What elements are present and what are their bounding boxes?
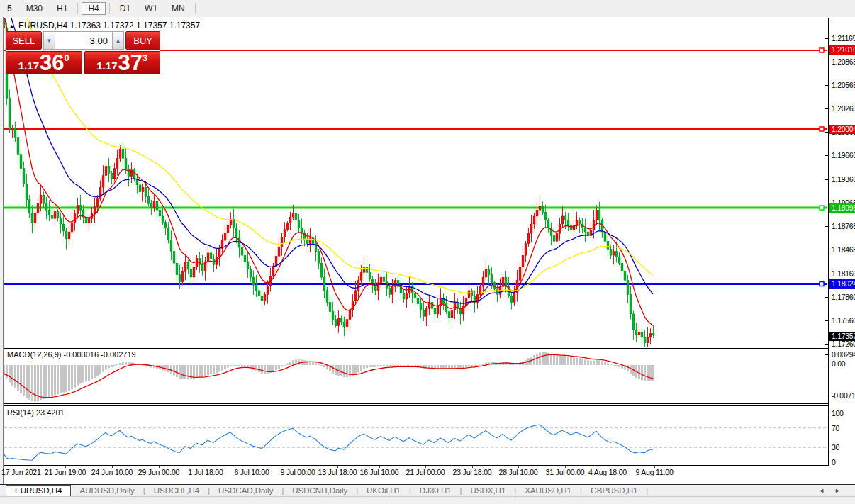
buy-button[interactable]: BUY [125,31,160,50]
one-click-trading-panel: SELL ▼ ▲ BUY 1.17 36 0 1.17 37 3 [6,31,160,74]
symbol-tab-eurusd[interactable]: EURUSD,H4 [6,485,71,496]
main-chart-bottom-border [4,347,828,347]
price-axis-tick [825,38,828,39]
buy-price-sup: 3 [142,52,147,63]
symbol-tab-usdx[interactable]: USDX,H1 [462,486,514,495]
rsi-axis-label: 70 [832,424,839,432]
toolbar-separator [195,3,196,14]
symbol-tab-usdchf[interactable]: USDCHF,H4 [145,486,208,495]
date-label: 29 Jun 00:00 [138,468,179,476]
price-axis-label: 1.18465 [832,245,855,254]
symbol-tabbar: EURUSD,H4AUDUSD,Daily|USDCHF,H4|USDCAD,D… [0,485,855,496]
date-tick [518,466,519,468]
macd-axis-tick [825,364,828,364]
symbol-tab-dj30[interactable]: DJ30,H1 [411,486,460,495]
status-bar [0,496,855,504]
price-axis-tick [825,179,828,180]
sell-price-sup: 0 [64,52,69,63]
price-level-badge: 1.17357 [829,332,855,341]
price-axis-label: 1.20265 [832,104,855,113]
timeframe-button-mn[interactable]: MN [165,2,191,15]
date-label: 31 Jul 00:00 [546,468,585,476]
tab-separator: | [646,486,648,495]
price-axis-tick [825,203,828,203]
price-axis-tick [825,132,828,133]
timeframe-button-5[interactable]: 5 [1,2,18,15]
rsi-axis-label: 0 [832,458,836,466]
date-label: 21 Jul 00:00 [406,468,445,476]
macd-axis-tick [825,396,828,396]
price-axis-label: 1.20865 [832,57,855,66]
tab-scroll-arrows[interactable]: ◄► [818,487,851,494]
date-tick [252,466,252,468]
price-axis-label: 1.20565 [832,81,855,89]
macd-bottom-border [4,403,828,404]
volume-decrease-button[interactable]: ▼ [43,31,55,50]
symbol-tab-audusd[interactable]: AUDUSD,Daily [71,486,142,495]
symbol-tab-xauusd[interactable]: XAUUSD,H1 [516,486,580,495]
date-label: 24 Jun 10:00 [91,468,133,476]
volume-input[interactable] [55,31,112,50]
date-label: 9 Aug 11:00 [635,468,673,476]
price-axis-label: 1.18765 [832,222,855,230]
date-tick [472,466,473,468]
macd-axis-label: 0.002947 [832,350,855,359]
price-axis-label: 1.21165 [832,34,855,43]
date-tick [206,466,206,468]
price-axis-tick [825,108,828,109]
timeframe-button-w1[interactable]: W1 [138,2,164,15]
symbol-tab-usdcnh[interactable]: USDCNH,Daily [284,486,356,495]
tab-scroll-left-button[interactable]: ◄ [818,487,834,494]
toolbar-separator [77,3,78,14]
price-axis-label: 1.17860 [832,293,855,301]
date-label: 28 Jul 10:00 [499,468,538,476]
macd-axis-tick [825,354,828,355]
price-level-badge: 1.20004 [829,125,855,134]
rsi-bottom-border [4,465,828,466]
price-axis-label: 1.17560 [832,316,855,325]
price-axis-label: 1.18160 [832,269,855,278]
date-tick [65,466,66,468]
price-level-badge: 1.18998 [829,203,855,213]
date-tick [112,466,113,468]
volume-increase-button[interactable]: ▲ [112,31,124,50]
sell-price-big: 36 [40,52,64,73]
price-axis-tick [825,344,828,345]
date-label: 17 Jun 2021 [1,468,41,476]
symbol-tab-ukoil[interactable]: UKOil,H1 [358,486,409,495]
macd-axis-label: 0.00 [832,359,845,368]
price-axis-tick [825,274,828,274]
timeframe-button-h1[interactable]: H1 [50,2,74,15]
buy-price-display[interactable]: 1.17 37 3 [84,51,161,74]
price-axis-tick [825,226,828,227]
date-label: 16 Jul 10:00 [360,468,399,476]
price-axis-tick [825,155,828,156]
date-label: 13 Jul 18:00 [318,468,357,476]
symbol-tab-gbpusd[interactable]: GBPUSD,H1 [582,486,646,495]
timeframe-button-d1[interactable]: D1 [113,2,137,15]
date-tick [298,466,298,468]
buy-price-small: 1.17 [96,60,117,72]
date-label: 9 Jul 00:00 [280,468,315,476]
date-tick [159,466,160,468]
macd-top-border [4,348,828,349]
symbol-tab-usdcad[interactable]: USDCAD,Daily [210,486,281,495]
rsi-top-border [4,405,828,406]
timeframe-button-h4[interactable]: H4 [82,2,105,15]
date-tick [565,466,566,468]
date-tick [425,466,426,468]
date-label: 6 Jul 10:00 [234,468,269,476]
date-tick [337,466,338,468]
rsi-panel[interactable] [4,406,827,465]
timeframe-button-m30[interactable]: M30 [20,2,49,15]
price-level-badge: 1.18024 [829,279,855,289]
price-axis-label: 1.19665 [832,151,855,159]
macd-axis-label: -0.00715 [832,391,855,400]
sell-button[interactable]: SELL [6,31,42,50]
price-axis-label: 1.19365 [832,175,855,184]
toolbar-separator [109,3,110,14]
date-label: 1 Jul 18:00 [188,468,223,476]
sell-price-display[interactable]: 1.17 36 0 [6,51,82,74]
tab-scroll-right-button[interactable]: ► [834,487,851,494]
date-label: 23 Jul 18:00 [453,468,492,476]
